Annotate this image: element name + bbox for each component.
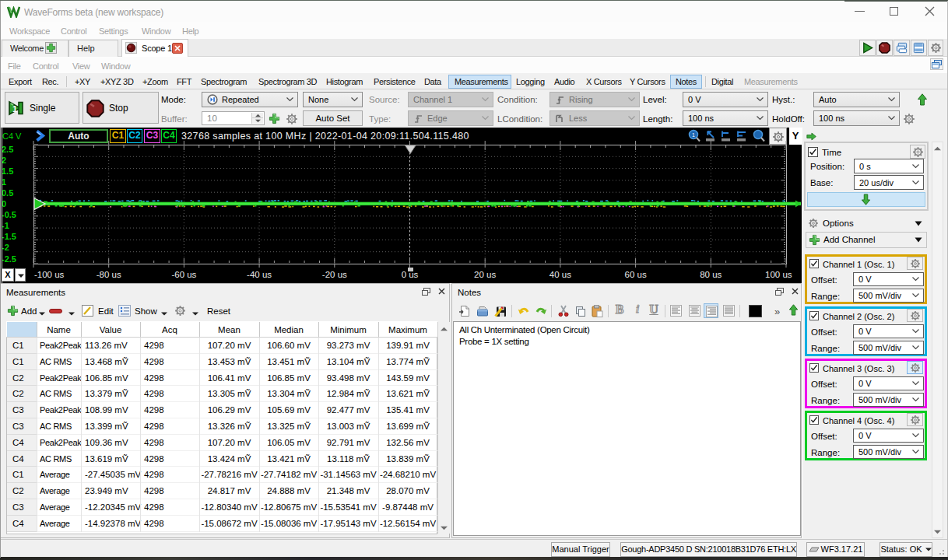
- svg-text:1: 1: [12, 104, 17, 114]
